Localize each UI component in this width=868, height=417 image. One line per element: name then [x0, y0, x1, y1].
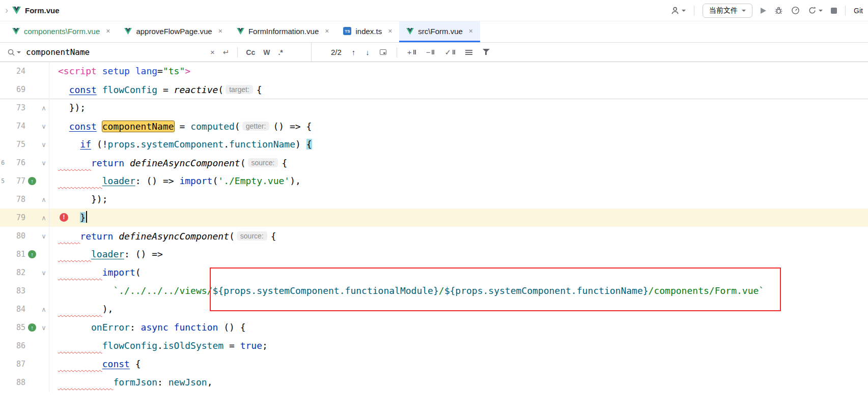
divider: [397, 47, 397, 57]
fold-up-icon[interactable]: ∧: [41, 104, 46, 112]
code-line-85[interactable]: 85↑∨ onError: async function () {: [0, 318, 868, 337]
fold-up-icon[interactable]: ∧: [41, 214, 46, 222]
code-line-88[interactable]: 88 formJson: newJson,: [0, 373, 868, 392]
stop-icon[interactable]: [831, 8, 837, 14]
remove-selection-icon[interactable]: −: [426, 48, 435, 56]
fold-up-icon[interactable]: ∧: [41, 306, 46, 313]
breadcrumb-chevron-icon[interactable]: ›: [5, 5, 8, 16]
line-number: 69: [8, 85, 25, 94]
run-icon[interactable]: [761, 8, 766, 14]
code-token: formJson: [113, 377, 157, 388]
code-token: {: [257, 84, 262, 95]
editor[interactable]: 24<script setup lang="ts">69 const flowC…: [0, 62, 868, 417]
words-toggle[interactable]: W: [263, 48, 270, 56]
code-line-24[interactable]: 24<script setup lang="ts">: [0, 62, 868, 80]
tab-label: components\Form.vue: [24, 27, 100, 36]
window-title: Form.vue: [25, 6, 60, 15]
code-token: ;: [262, 340, 268, 351]
search-icon[interactable]: [7, 48, 21, 56]
code-token: import: [179, 175, 212, 186]
text-caret: [86, 211, 87, 223]
tab-components-form-vue[interactable]: components\Form.vue ×: [5, 21, 117, 42]
code-token: functionName: [229, 139, 295, 150]
clear-search-icon[interactable]: ×: [210, 48, 215, 56]
newline-icon[interactable]: ↵: [223, 48, 230, 57]
regex-toggle[interactable]: .*: [278, 48, 283, 56]
implements-icon[interactable]: ↑: [28, 177, 36, 185]
previous-occurrence-icon[interactable]: ↑: [352, 48, 356, 56]
line-number: 75: [8, 140, 25, 149]
code-token: =: [174, 121, 191, 132]
fold-down-icon[interactable]: ∨: [41, 159, 46, 167]
code-token: /components/Form.vue`: [649, 285, 765, 296]
select-all-occurrences-icon[interactable]: ✓: [444, 48, 455, 57]
ide-window: › Form.vue 当前文件: [0, 0, 868, 417]
code-line-76[interactable]: 676∨ return defineAsyncComponent(source:…: [0, 154, 868, 172]
code-text: return defineAsyncComponent(source:{: [49, 154, 868, 172]
code-line-81[interactable]: 81↑ loader: () =>: [0, 245, 868, 263]
code-token: [58, 175, 102, 186]
git-menu[interactable]: Git: [854, 7, 863, 15]
gutter-slot-b: ∧: [39, 214, 49, 222]
close-icon[interactable]: ×: [469, 27, 473, 35]
code-line-80[interactable]: 80∨ return defineAsyncComponent(source:{: [0, 227, 868, 245]
code-line-86[interactable]: 86 flowConfig.isOldSystem = true;: [0, 337, 868, 355]
code-line-82[interactable]: 82∨ import(: [0, 263, 868, 282]
rerun-icon[interactable]: [808, 6, 823, 15]
code-line-74[interactable]: 74∨ const componentName = computed(gette…: [0, 117, 868, 135]
code-token: [58, 304, 102, 314]
next-occurrence-icon[interactable]: ↓: [366, 48, 370, 56]
code-line-75[interactable]: 75∨ if (!props.systemComponent.functionN…: [0, 135, 868, 154]
close-icon[interactable]: ×: [218, 27, 222, 35]
search-field[interactable]: componentName × ↵ Cc W .*: [0, 43, 312, 62]
close-icon[interactable]: ×: [325, 27, 329, 35]
code-area[interactable]: 24<script setup lang="ts">69 const flowC…: [0, 62, 868, 392]
code-line-77[interactable]: 577↑ loader: () => import('./Empty.vue')…: [0, 172, 868, 190]
code-text: });: [49, 190, 868, 208]
debug-icon[interactable]: [774, 6, 783, 15]
search-options-icon[interactable]: [465, 50, 472, 55]
code-line-84[interactable]: 84∧ ),: [0, 300, 868, 318]
tab-src-form-vue[interactable]: src\Form.vue ×: [399, 21, 480, 42]
search-input[interactable]: componentName: [26, 47, 205, 57]
filter-icon[interactable]: [483, 49, 490, 55]
code-token: getter:: [242, 122, 270, 131]
results-count: 2/2: [331, 48, 342, 56]
line-number: 79: [8, 213, 25, 222]
close-icon[interactable]: ×: [388, 27, 392, 35]
gutter-slot-b: ∨: [39, 159, 49, 167]
tab-index-ts[interactable]: TS index.ts ×: [336, 21, 399, 42]
fold-up-icon[interactable]: ∧: [41, 196, 46, 203]
gutter-slot-b: ∧: [39, 196, 49, 203]
code-line-83[interactable]: 83 `./../../../views/${props.systemCompo…: [0, 282, 868, 300]
code-token: [97, 84, 102, 95]
chevron-down-icon: [682, 10, 686, 12]
vue-file-icon: [12, 28, 20, 35]
add-selection-icon[interactable]: +: [407, 48, 416, 56]
code-line-69[interactable]: 69 const flowConfig = reactive(target:{: [0, 80, 868, 99]
fold-down-icon[interactable]: ∨: [41, 141, 46, 148]
code-line-73[interactable]: 73∧ });: [0, 99, 868, 117]
fold-down-icon[interactable]: ∨: [41, 232, 46, 240]
code-line-87[interactable]: 87 const {: [0, 355, 868, 373]
code-token: defineAsyncComponent: [119, 231, 229, 242]
tab-approveflowpage-vue[interactable]: approveFlowPage.vue ×: [117, 21, 229, 42]
code-line-78[interactable]: 78∧ });: [0, 190, 868, 208]
code-token: =: [157, 84, 174, 95]
fold-down-icon[interactable]: ∨: [41, 269, 46, 277]
run-config-selector[interactable]: 当前文件: [703, 4, 752, 18]
user-account-icon[interactable]: [670, 6, 686, 15]
profiler-icon[interactable]: [791, 6, 800, 15]
implements-icon[interactable]: ↑: [28, 323, 36, 332]
tab-forminformation-vue[interactable]: FormInformation.vue ×: [230, 21, 337, 42]
fold-down-icon[interactable]: ∨: [41, 123, 46, 130]
fold-down-icon[interactable]: ∨: [41, 324, 46, 332]
gutter-slot-b: ∨: [39, 269, 49, 277]
open-in-tool-window-icon[interactable]: [380, 49, 386, 55]
close-icon[interactable]: ×: [106, 27, 110, 35]
code-text: import(: [49, 263, 868, 282]
code-line-79[interactable]: 79∧ }!: [0, 208, 868, 227]
match-case-toggle[interactable]: Cc: [246, 48, 255, 56]
code-token: flowConfig: [102, 340, 157, 351]
implements-icon[interactable]: ↑: [28, 250, 36, 258]
